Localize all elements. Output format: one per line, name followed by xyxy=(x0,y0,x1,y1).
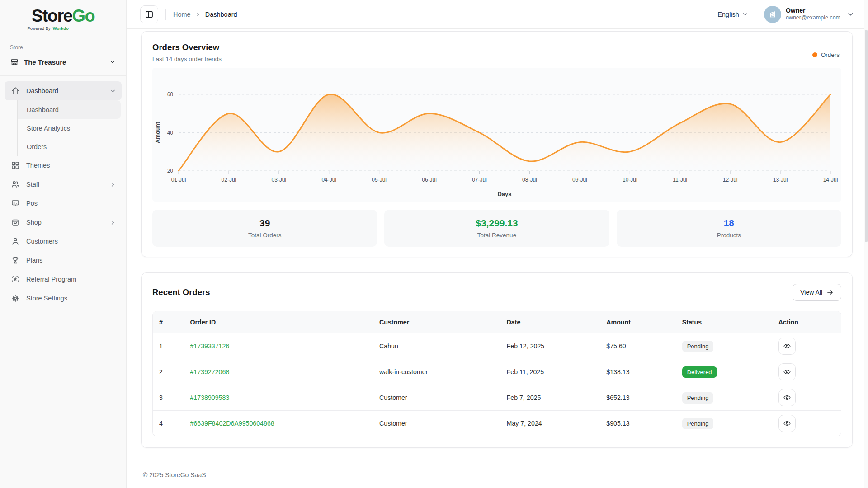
chevron-right-icon xyxy=(109,181,116,188)
sidebar-menu: Dashboard Dashboard Store Analytics Orde… xyxy=(0,80,126,488)
view-order-button[interactable] xyxy=(778,363,796,380)
view-order-button[interactable] xyxy=(778,389,796,406)
language-label: English xyxy=(717,11,739,18)
sidebar-item-dashboard[interactable]: Dashboard xyxy=(5,81,122,100)
trophy-icon xyxy=(11,256,20,265)
subitem-label: Store Analytics xyxy=(27,125,70,132)
referral-target-icon xyxy=(11,275,20,284)
order-id-link[interactable]: #1738909583 xyxy=(190,394,229,401)
row-date: May 7, 2024 xyxy=(500,420,600,427)
store-switcher[interactable]: The Treasure xyxy=(10,57,116,66)
scrollbar-track xyxy=(864,0,868,488)
row-date: Feb 11, 2025 xyxy=(500,368,600,375)
sidebar-item-plans[interactable]: Plans xyxy=(5,251,122,270)
col-order-id: Order ID xyxy=(184,319,373,326)
top-header: Home Dashboard English Owner owner@examp… xyxy=(127,0,868,29)
row-customer: walk-in-customer xyxy=(373,368,500,375)
sidebar-subitem-orders[interactable]: Orders xyxy=(18,137,121,156)
row-amount: $138.13 xyxy=(600,368,675,375)
order-id-link[interactable]: #1739272068 xyxy=(190,368,229,375)
stat-label: Products xyxy=(717,232,741,239)
svg-text:40: 40 xyxy=(167,130,174,136)
eye-icon xyxy=(783,368,791,376)
chart-subtitle: Last 14 days order trends xyxy=(152,56,841,62)
chevron-down-icon xyxy=(847,10,854,18)
svg-text:04-Jul: 04-Jul xyxy=(321,177,336,183)
sidebar-item-shop[interactable]: Shop xyxy=(5,213,122,232)
orders-table: # Order ID Customer Date Amount Status A… xyxy=(152,311,841,436)
row-index: 1 xyxy=(153,343,184,350)
orders-overview-card: Orders Overview Last 14 days order trend… xyxy=(141,31,853,257)
status-badge: Delivered xyxy=(682,366,717,378)
sidebar-item-themes[interactable]: Themes xyxy=(5,156,122,175)
recent-orders-card: Recent Orders View All # Order ID Custom… xyxy=(141,272,853,448)
table-row: 2 #1739272068 walk-in-customer Feb 11, 2… xyxy=(153,359,841,385)
sidebar-item-label: Referral Program xyxy=(26,276,76,283)
sidebar-subitem-dashboard[interactable]: Dashboard xyxy=(18,100,121,119)
eye-icon xyxy=(783,394,791,402)
row-index: 2 xyxy=(153,368,184,375)
sidebar-subitem-store-analytics[interactable]: Store Analytics xyxy=(18,119,121,137)
sidebar-item-label: Plans xyxy=(26,257,42,264)
chevron-down-icon xyxy=(109,88,116,94)
col-action: Action xyxy=(772,319,841,326)
status-badge: Pending xyxy=(682,341,714,352)
svg-text:20: 20 xyxy=(167,168,174,174)
table-row: 4 #6639F8402D6A9950604868 Customer May 7… xyxy=(153,410,841,436)
header-divider xyxy=(165,9,166,20)
sidebar-item-referral-program[interactable]: Referral Program xyxy=(5,270,122,289)
store-section-label: Store xyxy=(10,44,116,51)
stat-label: Total Revenue xyxy=(477,232,516,239)
view-order-button[interactable] xyxy=(778,338,796,355)
subitem-label: Orders xyxy=(27,143,47,150)
store-name: The Treasure xyxy=(24,58,66,66)
building-icon xyxy=(768,10,777,19)
svg-text:02-Jul: 02-Jul xyxy=(222,177,236,183)
chevron-right-icon xyxy=(195,12,201,17)
row-index: 4 xyxy=(153,420,184,427)
status-badge: Pending xyxy=(682,392,714,404)
row-customer: Customer xyxy=(373,394,500,401)
stats-row: 39 Total Orders $3,299.13 Total Revenue … xyxy=(152,210,841,247)
svg-text:13-Jul: 13-Jul xyxy=(773,177,788,183)
scrollbar-thumb[interactable] xyxy=(865,30,868,242)
row-customer: Customer xyxy=(373,420,500,427)
eye-icon xyxy=(783,419,791,427)
svg-text:11-Jul: 11-Jul xyxy=(673,177,687,183)
order-id-link[interactable]: #1739337126 xyxy=(190,343,229,350)
sidebar-divider xyxy=(0,75,126,76)
chart-legend: Orders xyxy=(812,52,840,58)
language-selector[interactable]: English xyxy=(717,11,749,18)
subitem-label: Dashboard xyxy=(27,106,59,113)
row-date: Feb 12, 2025 xyxy=(500,343,600,350)
sidebar-item-staff[interactable]: Staff xyxy=(5,175,122,194)
row-amount: $652.13 xyxy=(600,394,675,401)
powered-by-brand: Workdo xyxy=(53,26,69,31)
sidebar-item-pos[interactable]: Pos xyxy=(5,194,122,213)
sidebar-item-label: Pos xyxy=(26,200,38,207)
breadcrumb-current: Dashboard xyxy=(205,11,237,18)
brand-logo[interactable]: StoreGo Powered By Workdo xyxy=(0,0,126,35)
arrow-right-icon xyxy=(826,289,834,296)
brand-wordmark: StoreGo xyxy=(32,7,94,24)
sidebar: StoreGo Powered By Workdo Store The Trea… xyxy=(0,0,127,488)
powered-by-line xyxy=(71,28,99,28)
col-amount: Amount xyxy=(600,319,675,326)
stat-total-revenue: $3,299.13 Total Revenue xyxy=(384,210,609,247)
main-area: Home Dashboard English Owner owner@examp… xyxy=(127,0,868,488)
svg-text:60: 60 xyxy=(167,91,174,98)
user-menu[interactable]: Owner owner@example.com xyxy=(764,6,854,23)
col-status: Status xyxy=(676,319,772,326)
stat-value: $3,299.13 xyxy=(476,218,518,229)
view-order-button[interactable] xyxy=(778,415,796,432)
svg-text:05-Jul: 05-Jul xyxy=(372,177,387,183)
shopping-bag-icon xyxy=(11,218,20,227)
sidebar-item-customers[interactable]: Customers xyxy=(5,232,122,251)
sidebar-item-store-settings[interactable]: Store Settings xyxy=(5,289,122,308)
col-customer: Customer xyxy=(373,319,500,326)
order-id-link[interactable]: #6639F8402D6A9950604868 xyxy=(190,420,274,427)
sidebar-toggle-button[interactable] xyxy=(140,5,158,23)
breadcrumb-home[interactable]: Home xyxy=(173,11,191,18)
col-date: Date xyxy=(500,319,600,326)
view-all-button[interactable]: View All xyxy=(793,284,841,301)
